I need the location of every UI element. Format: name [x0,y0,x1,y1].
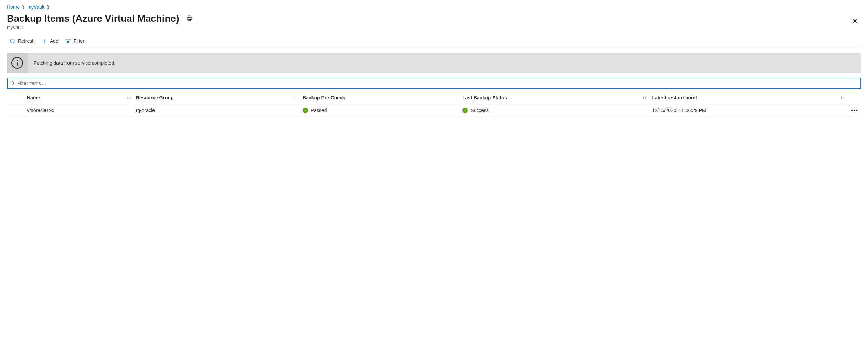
svg-line-12 [13,84,14,85]
breadcrumb: Home ❯ myVault ❯ [7,4,861,10]
chevron-right-icon: ❯ [46,4,50,9]
info-message: Fetching data from service completed. [28,60,121,66]
cell-name: vmoracle19c [24,104,133,117]
success-check-icon: ✓ [462,108,468,113]
status-text: Success [470,108,489,113]
col-name-label: Name [27,95,40,100]
search-icon [10,81,15,86]
filter-input-wrap[interactable] [7,78,861,89]
refresh-button[interactable]: Refresh [10,38,35,44]
cell-last-status: ✓ Success [459,104,649,117]
refresh-label: Refresh [18,38,35,44]
print-icon[interactable] [186,15,192,22]
toolbar: Refresh Add Filter [7,35,861,48]
col-resource-group[interactable]: Resource Group ↑↓ [133,91,300,104]
add-label: Add [50,38,59,44]
cell-precheck: ✓ Passed [300,104,459,117]
success-check-icon: ✓ [303,108,308,113]
filter-input[interactable] [15,80,858,87]
cell-restore-point: 12/15/2020, 11:06:29 PM [649,104,847,117]
col-name[interactable]: Name ↑↓ [24,91,133,104]
col-backup-precheck[interactable]: Backup Pre-Check [300,91,459,104]
col-restore-label: Latest restore point [652,95,697,100]
table-row[interactable]: vmoracle19c rg-oracle ✓ Passed ✓ Success… [7,104,861,117]
breadcrumb-home[interactable]: Home [7,4,20,10]
page-subtitle: myVault [7,25,192,30]
page-title: Backup Items (Azure Virtual Machine) [7,13,179,24]
sort-icon: ↑↓ [293,95,297,100]
backup-items-table: Name ↑↓ Resource Group ↑↓ Backup Pre-Che… [7,91,861,117]
info-bar: Fetching data from service completed. [7,53,861,73]
add-button[interactable]: Add [42,38,59,44]
chevron-right-icon: ❯ [22,4,25,9]
sort-icon: ↑↓ [840,95,845,100]
col-latest-restore[interactable]: Latest restore point ↑↓ [649,91,847,104]
info-icon [7,53,28,73]
precheck-text: Passed [311,108,327,113]
col-precheck-label: Backup Pre-Check [303,95,345,100]
col-status-label: Last Backup Status [462,95,507,100]
col-last-backup-status[interactable]: Last Backup Status ↑↓ [459,91,649,104]
close-button[interactable] [849,15,861,28]
svg-point-11 [11,82,14,84]
svg-marker-7 [66,39,70,43]
filter-label: Filter [74,38,84,44]
cell-resource-group: rg-oracle [133,104,300,117]
col-rg-label: Resource Group [136,95,174,100]
sort-icon: ↑↓ [642,95,646,100]
row-more-button[interactable]: ••• [847,104,861,117]
filter-button[interactable]: Filter [65,38,84,44]
sort-icon: ↑↓ [126,95,130,100]
breadcrumb-vault[interactable]: myVault [27,4,44,10]
